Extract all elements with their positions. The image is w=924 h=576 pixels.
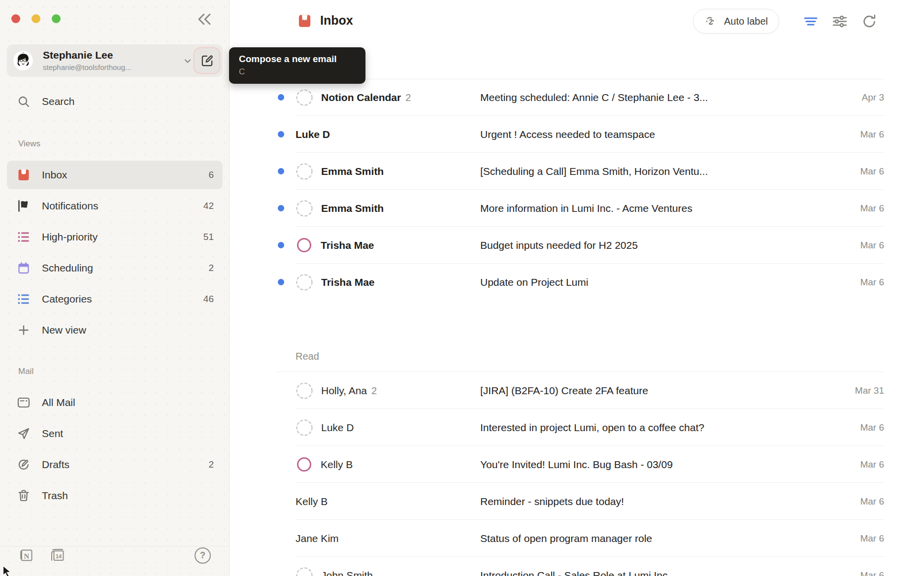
email-date: Mar 6 xyxy=(837,496,884,507)
email-row[interactable]: Trisha MaeUpdate on Project LumiMar 6 xyxy=(276,264,884,301)
email-date: Mar 6 xyxy=(837,533,884,544)
sidebar-item-scheduling[interactable]: Scheduling2 xyxy=(7,254,223,282)
mail-section-label: Mail xyxy=(18,367,33,376)
scheduling-icon xyxy=(17,261,31,275)
zoom-window-button[interactable] xyxy=(52,14,61,23)
email-row[interactable]: Kelly BReminder - snippets due today!Mar… xyxy=(276,483,884,520)
unread-dot-icon xyxy=(278,279,284,285)
unread-dot-icon xyxy=(278,168,284,174)
avatar-placeholder[interactable] xyxy=(296,567,313,576)
email-list: Notion Calendar2Meeting scheduled: Annie… xyxy=(276,79,884,576)
sender-name: Holly, Ana xyxy=(321,385,367,396)
compose-button[interactable] xyxy=(195,48,219,73)
email-row[interactable]: Kelly BYou're Invited! Lumi Inc. Bug Bas… xyxy=(276,446,884,483)
sender-name: Notion Calendar xyxy=(321,92,401,103)
unread-indicator-slot xyxy=(276,242,296,248)
unread-dot-icon xyxy=(278,131,284,137)
page-title: Inbox xyxy=(320,13,353,28)
sidebar-item-trash[interactable]: Trash xyxy=(7,481,223,510)
email-row[interactable]: John SmithIntroduction Call - Sales Role… xyxy=(276,557,884,576)
sidebar-item-all-mail[interactable]: All Mail xyxy=(7,388,223,417)
tooltip-title: Compose a new email xyxy=(239,54,356,65)
svg-text:N: N xyxy=(24,552,30,560)
email-row[interactable]: Emma Smith[Scheduling a Call] Emma Smith… xyxy=(276,153,884,190)
unread-dot-icon xyxy=(278,242,284,248)
avatar-placeholder[interactable] xyxy=(296,382,313,400)
notion-logo-icon[interactable]: N xyxy=(18,547,35,564)
email-subject: Budget inputs needed for H2 2025 xyxy=(480,239,837,251)
collapse-sidebar-icon[interactable] xyxy=(196,11,213,28)
email-subject: [JIRA] (B2FA-10) Create 2FA feature xyxy=(480,385,837,397)
svg-text:14: 14 xyxy=(56,553,62,559)
email-subject: Meeting scheduled: Annie C / Stephanie L… xyxy=(480,92,837,103)
avatar-ring[interactable] xyxy=(297,238,311,252)
search-input[interactable]: Search xyxy=(7,90,223,113)
email-row[interactable]: Holly, Ana2[JIRA] (B2FA-10) Create 2FA f… xyxy=(276,372,884,409)
sidebar-item-label: New view xyxy=(42,324,214,336)
sidebar-item-inbox[interactable]: Inbox6 xyxy=(7,161,223,189)
account-switcher[interactable]: Stephanie Lee stephanie@toolsforthoug... xyxy=(7,44,223,77)
close-window-button[interactable] xyxy=(11,14,20,23)
unread-indicator-slot xyxy=(276,94,296,101)
sender-name: Emma Smith xyxy=(321,203,384,214)
avatar-ring[interactable] xyxy=(297,457,311,472)
sidebar-item-count: 2 xyxy=(208,459,214,470)
email-subject: More information in Lumi Inc. - Acme Ven… xyxy=(480,203,837,214)
sender-name: Kelly B xyxy=(321,459,353,470)
avatar-placeholder[interactable] xyxy=(296,89,313,106)
sidebar-item-label: Inbox xyxy=(42,169,208,181)
sidebar-item-count: 42 xyxy=(203,201,214,211)
sidebar-item-sent[interactable]: Sent xyxy=(7,419,223,448)
auto-label-text: Auto label xyxy=(724,16,768,27)
sender-name: Trisha Mae xyxy=(321,276,375,288)
sidebar: Stephanie Lee stephanie@toolsforthoug...… xyxy=(0,0,230,576)
email-date: Mar 6 xyxy=(837,166,884,177)
inbox-icon xyxy=(17,168,31,182)
categories-icon xyxy=(17,292,31,306)
email-row[interactable]: Luke DInterested in project Lumi, open t… xyxy=(276,409,884,446)
account-email: stephanie@toolsforthoug... xyxy=(43,63,132,71)
sidebar-item-label: Notifications xyxy=(42,200,203,212)
avatar-placeholder[interactable] xyxy=(296,273,313,291)
email-row[interactable]: Jane KimStatus of open program manager r… xyxy=(276,520,884,557)
email-subject: Reminder - snippets due today! xyxy=(480,496,837,508)
email-subject: Introduction Call - Sales Role at Lumi I… xyxy=(480,570,837,576)
filter-icon[interactable] xyxy=(802,12,820,30)
email-row[interactable]: Trisha MaeBudget inputs needed for H2 20… xyxy=(276,227,884,264)
sender-name: Emma Smith xyxy=(321,166,384,177)
email-date: Mar 31 xyxy=(837,385,884,396)
sidebar-item-label: High-priority xyxy=(42,231,203,243)
sent-icon xyxy=(17,427,31,440)
avatar-placeholder[interactable] xyxy=(296,200,313,217)
sidebar-item-notifications[interactable]: Notifications42 xyxy=(7,192,223,220)
drafts-icon xyxy=(17,458,31,472)
sidebar-item-new-view[interactable]: New view xyxy=(7,316,223,344)
email-date: Mar 6 xyxy=(837,240,884,251)
views-section-label: Views xyxy=(18,139,40,149)
email-row[interactable]: Emma SmithMore information in Lumi Inc. … xyxy=(276,190,884,227)
refresh-icon[interactable] xyxy=(860,12,878,30)
sidebar-item-drafts[interactable]: Drafts2 xyxy=(7,450,223,479)
email-row[interactable]: Luke DUrgent ! Access needed to teamspac… xyxy=(276,116,884,153)
display-settings-icon[interactable] xyxy=(831,12,849,30)
email-row[interactable]: Notion Calendar2Meeting scheduled: Annie… xyxy=(276,79,884,116)
sidebar-item-label: Categories xyxy=(42,293,203,305)
email-subject: [Scheduling a Call] Emma Smith, Horizon … xyxy=(480,166,837,177)
unread-section: Notion Calendar2Meeting scheduled: Annie… xyxy=(276,79,884,301)
high-priority-icon xyxy=(17,230,31,244)
sidebar-item-categories[interactable]: Categories46 xyxy=(7,285,223,313)
chevron-down-icon[interactable] xyxy=(183,57,192,66)
compose-icon xyxy=(200,54,214,68)
minimize-window-button[interactable] xyxy=(32,14,40,23)
notion-calendar-icon[interactable]: 14 xyxy=(49,547,66,564)
auto-label-button[interactable]: Auto label xyxy=(693,9,779,34)
email-date: Mar 6 xyxy=(837,129,884,140)
sidebar-item-label: Drafts xyxy=(42,459,208,471)
sidebar-item-high-priority[interactable]: High-priority51 xyxy=(7,223,223,251)
help-icon[interactable]: ? xyxy=(195,547,211,564)
avatar-placeholder[interactable] xyxy=(296,163,313,180)
avatar xyxy=(13,51,33,70)
avatar-placeholder[interactable] xyxy=(296,419,313,437)
unread-dot-icon xyxy=(278,205,284,211)
sidebar-item-label: All Mail xyxy=(42,397,214,408)
